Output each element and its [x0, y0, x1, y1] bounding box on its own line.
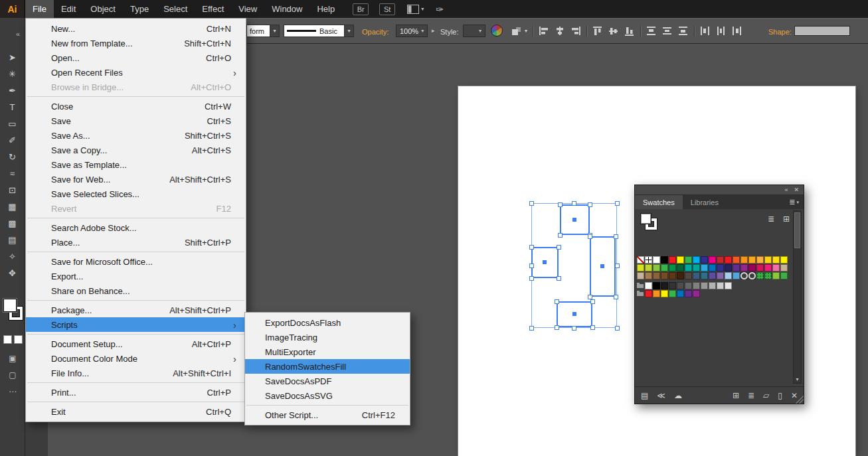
swatch-color[interactable]: [709, 282, 716, 289]
menu-item-savedocsassvg[interactable]: SaveDocsAsSVG: [245, 388, 410, 403]
menu-item-savedocsaspdf[interactable]: SaveDocsAsPDF: [245, 374, 410, 388]
recolor-artwork-icon[interactable]: [491, 25, 503, 37]
swatch-color[interactable]: [661, 290, 668, 297]
tab-swatches[interactable]: Swatches: [635, 195, 683, 209]
swatch-color[interactable]: [709, 272, 716, 279]
magic-wand-tool[interactable]: ✳: [4, 68, 21, 80]
swatch-color[interactable]: [709, 264, 716, 271]
swatch-pattern-circle[interactable]: [740, 272, 748, 279]
fill-proxy[interactable]: [640, 213, 651, 224]
swatch-options-icon[interactable]: ≣: [748, 391, 754, 400]
swatch-color[interactable]: [645, 264, 652, 271]
menu-item-exit[interactable]: ExitCtrl+Q: [26, 404, 246, 419]
align-left-icon[interactable]: [539, 26, 549, 37]
swatch-color[interactable]: [772, 256, 780, 264]
add-to-library-icon[interactable]: ≪: [657, 391, 665, 400]
swatch-color[interactable]: [661, 272, 668, 279]
draw-mode-button[interactable]: ▣: [0, 354, 25, 363]
swatch-color[interactable]: [764, 264, 772, 271]
menu-item-save[interactable]: SaveCtrl+S: [26, 114, 246, 128]
menubar-item-type[interactable]: Type: [123, 0, 156, 18]
shape-builder-tool[interactable]: ⊡: [4, 184, 21, 196]
swatch-color[interactable]: [756, 256, 764, 264]
panel-menu-icon[interactable]: ≣▾: [789, 195, 804, 209]
swatch-color[interactable]: [717, 256, 724, 264]
type-tool[interactable]: T: [4, 101, 21, 114]
swatch-color[interactable]: [653, 272, 660, 279]
opacity-label[interactable]: Opacity:: [362, 28, 389, 36]
swatch-color[interactable]: [748, 264, 756, 271]
swatch-color[interactable]: [701, 272, 708, 279]
menu-item-package[interactable]: Package...Alt+Shift+Ctrl+P: [26, 303, 246, 317]
distribute-right-icon[interactable]: [732, 26, 742, 37]
menubar-item-file[interactable]: File: [25, 0, 54, 18]
swatch-color[interactable]: [653, 256, 660, 264]
swatch-color[interactable]: [693, 256, 700, 264]
distribute-top-icon[interactable]: [646, 26, 657, 37]
swatch-color[interactable]: [677, 282, 684, 289]
swatch-color[interactable]: [701, 256, 708, 264]
swatch-color[interactable]: [780, 256, 788, 264]
swatch-color[interactable]: [653, 282, 660, 289]
gradient-tool[interactable]: ▤: [4, 234, 21, 246]
cloud-libraries-icon[interactable]: ☁: [674, 391, 682, 400]
transform-options-icon[interactable]: [511, 26, 522, 37]
menu-item-save-a-copy[interactable]: Save a Copy...Alt+Ctrl+S: [26, 143, 246, 157]
mesh-tool[interactable]: ▩: [4, 217, 21, 230]
swatch-color[interactable]: [677, 272, 684, 279]
new-swatch-icon[interactable]: ▯: [778, 391, 782, 400]
swatch-color[interactable]: [701, 264, 708, 271]
menu-item-save-for-web[interactable]: Save for Web...Alt+Shift+Ctrl+S: [26, 172, 246, 187]
chevron-down-icon[interactable]: ▾: [525, 28, 527, 34]
style-dropdown-icon[interactable]: ▾: [479, 28, 481, 34]
swatch-color[interactable]: [677, 256, 684, 264]
color-group-folder-icon[interactable]: [637, 290, 644, 297]
swatch-color[interactable]: [725, 272, 732, 279]
stroke-profile-field[interactable]: form: [246, 25, 270, 37]
width-tool[interactable]: ≈: [4, 167, 21, 180]
stock-button[interactable]: St: [379, 3, 395, 15]
swatch-color[interactable]: [693, 290, 700, 297]
swatch-color[interactable]: [693, 272, 700, 279]
menubar-item-select[interactable]: Select: [156, 0, 195, 18]
swatch-pattern[interactable]: [764, 272, 772, 279]
resize-grip[interactable]: [796, 396, 804, 404]
swatch-color[interactable]: [677, 290, 684, 297]
collapse-tools-icon[interactable]: «: [0, 27, 25, 40]
distribute-bottom-icon[interactable]: [678, 26, 689, 37]
menu-item-scripts[interactable]: Scripts›: [26, 317, 246, 332]
brush-definition-field[interactable]: Basic: [284, 25, 345, 37]
swatch-color[interactable]: [693, 282, 700, 289]
swatch-color[interactable]: [740, 264, 748, 271]
swatch-color[interactable]: [661, 256, 668, 264]
align-bottom-icon[interactable]: [624, 26, 635, 37]
distribute-left-icon[interactable]: [700, 26, 711, 37]
swatch-color[interactable]: [717, 282, 724, 289]
tab-libraries[interactable]: Libraries: [683, 195, 727, 209]
menu-item-randomswatchesfill[interactable]: RandomSwatchesFill: [245, 359, 410, 374]
swatch-pattern-circle[interactable]: [748, 272, 756, 279]
swatch-color[interactable]: [677, 264, 684, 271]
align-top-icon[interactable]: [592, 26, 603, 37]
menubar-item-effect[interactable]: Effect: [195, 0, 231, 18]
menu-item-document-setup[interactable]: Document Setup...Alt+Ctrl+P: [26, 337, 246, 351]
swatch-color[interactable]: [637, 272, 644, 279]
screen-mode-button[interactable]: ▢: [0, 370, 25, 380]
swatch-color[interactable]: [733, 264, 740, 271]
swatch-color[interactable]: [653, 264, 660, 271]
menubar-item-view[interactable]: View: [231, 0, 264, 18]
swatch-color[interactable]: [764, 256, 772, 264]
swatch-color[interactable]: [772, 272, 780, 279]
distribute-vertical-center-icon[interactable]: [662, 26, 673, 37]
fill-color-control[interactable]: [3, 299, 17, 312]
stroke-profile-dropdown-icon[interactable]: ▾: [270, 25, 280, 37]
swatch-color[interactable]: [725, 264, 732, 271]
app-logo[interactable]: Ai: [0, 0, 25, 18]
swatch-color[interactable]: [669, 256, 676, 264]
menu-item-close[interactable]: CloseCtrl+W: [26, 99, 246, 114]
menu-item-new[interactable]: New...Ctrl+N: [26, 21, 246, 36]
opacity-expander-icon[interactable]: ▸: [432, 27, 435, 34]
menu-item-save-selected-slices[interactable]: Save Selected Slices...: [26, 187, 246, 201]
menu-item-export[interactable]: Export...: [26, 269, 246, 283]
swatch-libraries-menu-icon[interactable]: ▤: [641, 391, 648, 400]
